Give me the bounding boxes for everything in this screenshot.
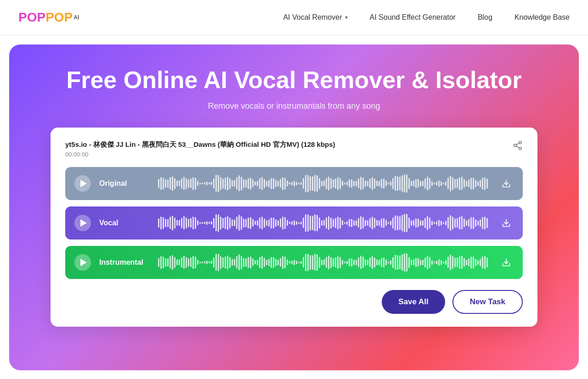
track-label-vocal: Vocal <box>99 219 150 227</box>
hero-subtitle: Remove vocals or instrumantals from any … <box>208 101 380 111</box>
svg-line-4 <box>516 143 519 145</box>
track-instrumental: Instrumental <box>65 246 523 279</box>
download-button-vocal[interactable] <box>499 216 514 230</box>
logo-pop1: POP <box>18 10 45 25</box>
header: POP POP AI AI Vocal Remover ▾ AI Sound E… <box>0 0 588 35</box>
track-label-instrumental: Instrumental <box>99 258 150 267</box>
logo[interactable]: POP POP AI <box>18 10 79 25</box>
track-label-original: Original <box>99 179 150 188</box>
play-button-instrumental[interactable] <box>74 254 91 271</box>
track-original: Original <box>65 167 523 200</box>
nav-item-sound-effect[interactable]: AI Sound Effect Generator <box>370 13 456 22</box>
new-task-button[interactable]: New Task <box>452 290 523 314</box>
logo-pop2: POP <box>45 10 73 25</box>
waveform-original <box>158 173 491 194</box>
waveform-instrumental <box>158 252 491 273</box>
main-card: yt5s.io - 林俊傑 JJ Lin - 黑夜問白天 53__Dawns (… <box>51 128 537 327</box>
card-header: yt5s.io - 林俊傑 JJ Lin - 黑夜問白天 53__Dawns (… <box>65 140 523 158</box>
filename: yt5s.io - 林俊傑 JJ Lin - 黑夜問白天 53__Dawns (… <box>65 140 335 149</box>
play-button-original[interactable] <box>74 175 91 192</box>
hero-section: Free Online AI Vocal Remover & Isolator … <box>9 45 579 370</box>
download-button-instrumental[interactable] <box>499 255 514 270</box>
timestamp: 00:00:00 <box>65 151 335 158</box>
waveform-vocal <box>158 213 491 233</box>
hero-title: Free Online AI Vocal Remover & Isolator <box>66 67 521 94</box>
nav-item-knowledge-base[interactable]: Knowledge Base <box>514 13 570 22</box>
save-all-button[interactable]: Save All <box>382 290 445 314</box>
card-actions: Save All New Task <box>65 290 523 314</box>
play-button-vocal[interactable] <box>74 215 91 231</box>
chevron-down-icon: ▾ <box>345 14 348 21</box>
file-info: yt5s.io - 林俊傑 JJ Lin - 黑夜問白天 53__Dawns (… <box>65 140 335 158</box>
track-vocal: Vocal <box>65 206 523 240</box>
main-nav: AI Vocal Remover ▾ AI Sound Effect Gener… <box>283 13 570 22</box>
nav-item-blog[interactable]: Blog <box>478 13 492 22</box>
logo-ai: AI <box>74 14 79 21</box>
download-button-original[interactable] <box>499 176 514 191</box>
share-icon[interactable] <box>513 140 523 153</box>
nav-item-vocal-remover[interactable]: AI Vocal Remover ▾ <box>283 13 347 22</box>
svg-line-3 <box>516 146 519 148</box>
